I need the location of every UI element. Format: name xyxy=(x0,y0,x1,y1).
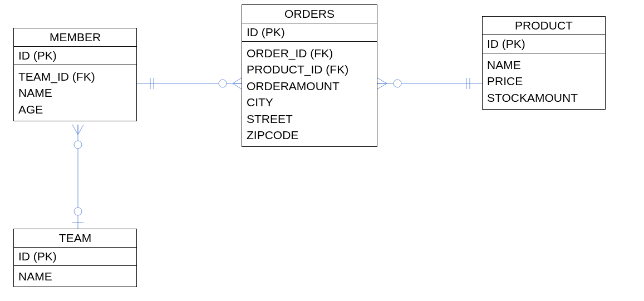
entity-member: MEMBER ID (PK) TEAM_ID (FK) NAME AGE xyxy=(13,28,137,121)
entity-field: NAME xyxy=(18,268,132,284)
entity-field: STREET xyxy=(247,111,372,127)
svg-line-10 xyxy=(377,83,387,89)
entity-field: ORDER_ID (FK) xyxy=(247,45,372,61)
entity-field: AGE xyxy=(18,101,132,117)
entity-field: ZIPCODE xyxy=(247,127,372,143)
entity-title: ORDERS xyxy=(242,5,377,23)
svg-line-17 xyxy=(78,125,83,135)
entity-pk: ID (PK) xyxy=(14,47,136,65)
entity-fields: ORDER_ID (FK) PRODUCT_ID (FK) ORDERAMOUN… xyxy=(242,42,377,146)
svg-point-15 xyxy=(74,141,82,149)
svg-line-4 xyxy=(233,78,242,83)
entity-team: TEAM ID (PK) NAME xyxy=(13,229,137,287)
svg-point-8 xyxy=(394,80,401,87)
entity-fields: NAME PRICE STOCKAMOUNT xyxy=(483,53,605,109)
entity-field: TEAM_ID (FK) xyxy=(18,68,132,85)
entity-title: TEAM xyxy=(14,229,136,248)
entity-fields: TEAM_ID (FK) NAME AGE xyxy=(14,65,136,121)
svg-line-5 xyxy=(233,83,242,89)
svg-point-19 xyxy=(74,208,82,215)
svg-line-9 xyxy=(377,78,387,83)
entity-field: STOCKAMOUNT xyxy=(487,90,601,106)
entity-field: PRODUCT_ID (FK) xyxy=(247,61,372,77)
entity-orders: ORDERS ID (PK) ORDER_ID (FK) PRODUCT_ID … xyxy=(242,4,377,147)
entity-fields: NAME xyxy=(14,266,136,287)
entity-field: NAME xyxy=(18,85,132,101)
svg-line-16 xyxy=(72,125,78,135)
entity-field: CITY xyxy=(247,94,372,110)
entity-field: NAME xyxy=(487,57,601,73)
entity-title: MEMBER xyxy=(14,28,136,47)
entity-pk: ID (PK) xyxy=(242,23,377,42)
svg-point-3 xyxy=(219,80,227,87)
entity-pk: ID (PK) xyxy=(14,248,136,266)
entity-field: PRICE xyxy=(487,73,601,89)
entity-product: PRODUCT ID (PK) NAME PRICE STOCKAMOUNT xyxy=(482,16,606,110)
entity-title: PRODUCT xyxy=(483,17,605,35)
entity-field: ORDERAMOUNT xyxy=(247,78,372,94)
entity-pk: ID (PK) xyxy=(483,35,605,53)
